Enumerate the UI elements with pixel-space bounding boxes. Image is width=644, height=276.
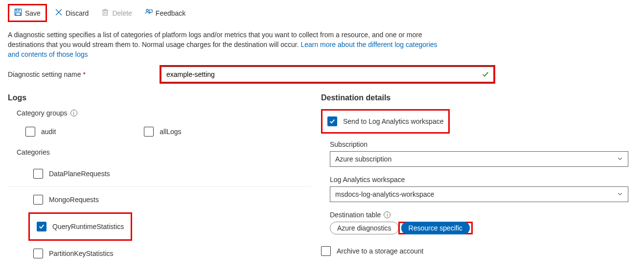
alllogs-label: allLogs <box>160 128 181 136</box>
workspace-select[interactable]: msdocs-log-analytics-workspace <box>330 186 628 202</box>
checkbox-send-log-analytics[interactable]: Send to Log Analytics workspace <box>327 114 443 129</box>
resource-specific-highlight: Resource specific <box>398 222 473 234</box>
checkbox-icon <box>37 222 46 231</box>
send-log-analytics-highlight: Send to Log Analytics workspace <box>321 109 450 134</box>
dest-table-text: Destination table <box>330 211 381 219</box>
checkbox-icon <box>144 127 154 137</box>
category-groups-row: audit allLogs <box>8 122 311 141</box>
checkbox-queryruntimestatistics[interactable]: QueryRuntimeStatistics <box>37 214 124 239</box>
dest-table-pills: Azure diagnostics Resource specific <box>330 222 636 234</box>
workspace-label: Log Analytics workspace <box>330 176 636 184</box>
checkbox-archive-storage[interactable]: Archive to a storage account <box>321 243 636 259</box>
svg-rect-5 <box>103 10 108 15</box>
trash-icon <box>101 8 109 18</box>
archive-storage-label: Archive to a storage account <box>337 247 423 255</box>
checkbox-icon <box>321 246 331 256</box>
checkbox-icon <box>33 169 43 179</box>
pill-resource-specific[interactable]: Resource specific <box>401 222 470 234</box>
svg-rect-1 <box>16 9 19 11</box>
checkbox-icon <box>25 127 35 137</box>
subscription-label: Subscription <box>330 140 636 148</box>
chevron-down-icon <box>617 155 623 163</box>
setting-name-label-text: Diagnostic setting name <box>8 70 81 78</box>
feedback-icon <box>145 8 153 18</box>
category-groups-label: Category groups i <box>17 109 311 117</box>
feedback-label: Feedback <box>156 9 185 17</box>
discard-button[interactable]: Discard <box>50 5 93 21</box>
checkbox-dataplanerequests[interactable]: DataPlaneRequests <box>8 161 311 186</box>
info-icon[interactable]: i <box>70 110 77 116</box>
categories-label: Categories <box>17 148 311 156</box>
chevron-down-icon <box>617 190 623 198</box>
dataplane-label: DataPlaneRequests <box>49 170 110 178</box>
mongo-label: MongoRequests <box>49 196 99 204</box>
save-button[interactable]: Save <box>8 4 47 22</box>
svg-point-10 <box>146 9 148 11</box>
setting-name-row: Diagnostic setting name* <box>8 65 636 84</box>
queryruntime-label: QueryRuntimeStatistics <box>52 223 124 230</box>
subscription-value: Azure subscription <box>335 155 391 163</box>
checkbox-icon <box>327 116 337 126</box>
feedback-button[interactable]: Feedback <box>140 5 190 21</box>
columns: Logs Category groups i audit allLogs Cat… <box>8 93 636 266</box>
content-area: A diagnostic setting specifies a list of… <box>0 26 644 276</box>
checkbox-icon <box>33 249 43 258</box>
logs-heading: Logs <box>8 93 311 102</box>
save-label: Save <box>25 9 41 17</box>
destination-column: Destination details Send to Log Analytic… <box>321 93 636 266</box>
checkbox-partitionkeystatistics[interactable]: PartitionKeyStatistics <box>8 241 311 266</box>
svg-rect-2 <box>16 13 21 16</box>
audit-label: audit <box>41 128 56 136</box>
delete-label: Delete <box>112 9 132 17</box>
required-asterisk: * <box>83 70 85 78</box>
destination-heading: Destination details <box>321 93 636 102</box>
checkbox-icon <box>33 195 43 205</box>
logs-column: Logs Category groups i audit allLogs Cat… <box>8 93 311 266</box>
description-text: A diagnostic setting specifies a list of… <box>8 30 438 59</box>
setting-name-input-wrap <box>160 65 495 84</box>
dest-table-group: Destination table i Azure diagnostics Re… <box>330 211 636 234</box>
subscription-select[interactable]: Azure subscription <box>330 151 628 167</box>
discard-label: Discard <box>66 9 89 17</box>
checkbox-alllogs[interactable]: allLogs <box>126 122 181 141</box>
close-icon <box>55 8 63 18</box>
info-icon[interactable]: i <box>384 211 391 218</box>
checkbox-mongorequests[interactable]: MongoRequests <box>8 186 311 212</box>
workspace-value: msdocs-log-analytics-workspace <box>335 190 434 198</box>
setting-name-input[interactable] <box>161 67 494 82</box>
pill-azure-diagnostics[interactable]: Azure diagnostics <box>330 222 399 234</box>
subscription-group: Subscription Azure subscription <box>330 140 636 167</box>
checkmark-icon <box>482 71 489 79</box>
dest-table-label: Destination table i <box>330 211 636 219</box>
checkbox-audit[interactable]: audit <box>8 122 56 141</box>
toolbar: Save Discard Delete Feedback <box>0 0 644 26</box>
partitionkey-label: PartitionKeyStatistics <box>49 250 114 257</box>
category-groups-text: Category groups <box>17 109 68 117</box>
query-runtime-highlight: QueryRuntimeStatistics <box>28 212 132 241</box>
delete-button: Delete <box>96 5 137 21</box>
setting-name-label: Diagnostic setting name* <box>8 70 160 78</box>
save-icon <box>14 8 22 18</box>
send-log-analytics-label: Send to Log Analytics workspace <box>343 117 443 125</box>
workspace-group: Log Analytics workspace msdocs-log-analy… <box>330 176 636 202</box>
